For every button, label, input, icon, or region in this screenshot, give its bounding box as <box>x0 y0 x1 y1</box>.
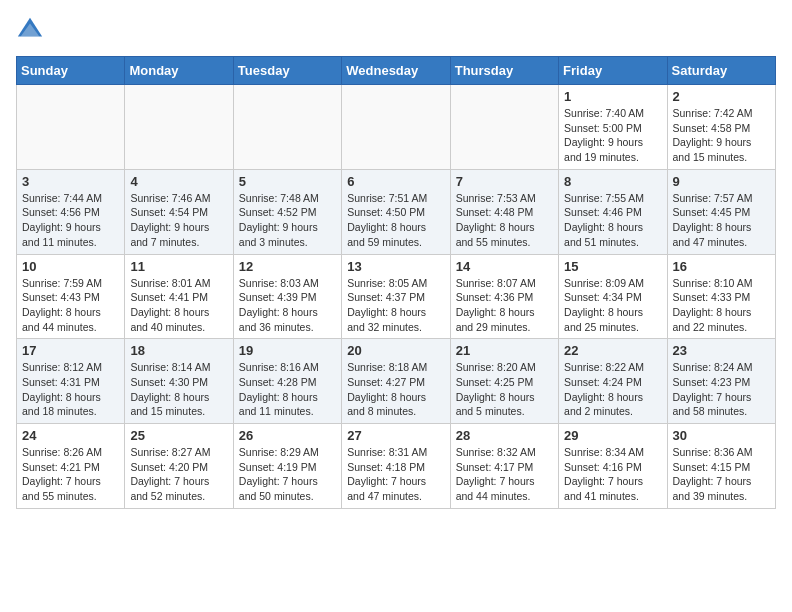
day-number: 12 <box>239 259 336 274</box>
day-cell: 10Sunrise: 7:59 AM Sunset: 4:43 PM Dayli… <box>17 254 125 339</box>
logo-icon <box>16 16 44 44</box>
day-info: Sunrise: 7:57 AM Sunset: 4:45 PM Dayligh… <box>673 191 770 250</box>
day-cell: 20Sunrise: 8:18 AM Sunset: 4:27 PM Dayli… <box>342 339 450 424</box>
day-cell: 4Sunrise: 7:46 AM Sunset: 4:54 PM Daylig… <box>125 169 233 254</box>
day-cell <box>17 85 125 170</box>
day-info: Sunrise: 7:59 AM Sunset: 4:43 PM Dayligh… <box>22 276 119 335</box>
day-info: Sunrise: 8:24 AM Sunset: 4:23 PM Dayligh… <box>673 360 770 419</box>
day-cell: 14Sunrise: 8:07 AM Sunset: 4:36 PM Dayli… <box>450 254 558 339</box>
day-cell: 6Sunrise: 7:51 AM Sunset: 4:50 PM Daylig… <box>342 169 450 254</box>
day-number: 11 <box>130 259 227 274</box>
day-number: 13 <box>347 259 444 274</box>
day-cell <box>125 85 233 170</box>
day-cell: 19Sunrise: 8:16 AM Sunset: 4:28 PM Dayli… <box>233 339 341 424</box>
day-info: Sunrise: 8:05 AM Sunset: 4:37 PM Dayligh… <box>347 276 444 335</box>
day-cell: 13Sunrise: 8:05 AM Sunset: 4:37 PM Dayli… <box>342 254 450 339</box>
day-info: Sunrise: 7:44 AM Sunset: 4:56 PM Dayligh… <box>22 191 119 250</box>
day-cell: 9Sunrise: 7:57 AM Sunset: 4:45 PM Daylig… <box>667 169 775 254</box>
day-number: 24 <box>22 428 119 443</box>
calendar: SundayMondayTuesdayWednesdayThursdayFrid… <box>16 56 776 509</box>
day-cell <box>342 85 450 170</box>
day-number: 29 <box>564 428 661 443</box>
week-row-3: 10Sunrise: 7:59 AM Sunset: 4:43 PM Dayli… <box>17 254 776 339</box>
day-info: Sunrise: 8:36 AM Sunset: 4:15 PM Dayligh… <box>673 445 770 504</box>
day-cell: 8Sunrise: 7:55 AM Sunset: 4:46 PM Daylig… <box>559 169 667 254</box>
day-number: 30 <box>673 428 770 443</box>
day-number: 2 <box>673 89 770 104</box>
day-info: Sunrise: 7:51 AM Sunset: 4:50 PM Dayligh… <box>347 191 444 250</box>
weekday-header-friday: Friday <box>559 57 667 85</box>
day-number: 1 <box>564 89 661 104</box>
week-row-2: 3Sunrise: 7:44 AM Sunset: 4:56 PM Daylig… <box>17 169 776 254</box>
day-cell: 26Sunrise: 8:29 AM Sunset: 4:19 PM Dayli… <box>233 424 341 509</box>
day-info: Sunrise: 8:01 AM Sunset: 4:41 PM Dayligh… <box>130 276 227 335</box>
day-cell: 27Sunrise: 8:31 AM Sunset: 4:18 PM Dayli… <box>342 424 450 509</box>
day-info: Sunrise: 8:10 AM Sunset: 4:33 PM Dayligh… <box>673 276 770 335</box>
day-info: Sunrise: 7:46 AM Sunset: 4:54 PM Dayligh… <box>130 191 227 250</box>
day-number: 20 <box>347 343 444 358</box>
day-number: 26 <box>239 428 336 443</box>
week-row-5: 24Sunrise: 8:26 AM Sunset: 4:21 PM Dayli… <box>17 424 776 509</box>
day-cell <box>450 85 558 170</box>
day-info: Sunrise: 8:07 AM Sunset: 4:36 PM Dayligh… <box>456 276 553 335</box>
day-number: 17 <box>22 343 119 358</box>
weekday-header-tuesday: Tuesday <box>233 57 341 85</box>
day-cell: 17Sunrise: 8:12 AM Sunset: 4:31 PM Dayli… <box>17 339 125 424</box>
week-row-1: 1Sunrise: 7:40 AM Sunset: 5:00 PM Daylig… <box>17 85 776 170</box>
day-number: 5 <box>239 174 336 189</box>
header <box>16 16 776 44</box>
day-number: 8 <box>564 174 661 189</box>
day-cell: 29Sunrise: 8:34 AM Sunset: 4:16 PM Dayli… <box>559 424 667 509</box>
day-info: Sunrise: 8:09 AM Sunset: 4:34 PM Dayligh… <box>564 276 661 335</box>
day-number: 28 <box>456 428 553 443</box>
day-info: Sunrise: 7:40 AM Sunset: 5:00 PM Dayligh… <box>564 106 661 165</box>
day-number: 14 <box>456 259 553 274</box>
day-info: Sunrise: 8:03 AM Sunset: 4:39 PM Dayligh… <box>239 276 336 335</box>
day-info: Sunrise: 8:12 AM Sunset: 4:31 PM Dayligh… <box>22 360 119 419</box>
day-info: Sunrise: 7:53 AM Sunset: 4:48 PM Dayligh… <box>456 191 553 250</box>
day-cell: 15Sunrise: 8:09 AM Sunset: 4:34 PM Dayli… <box>559 254 667 339</box>
day-number: 6 <box>347 174 444 189</box>
day-cell: 25Sunrise: 8:27 AM Sunset: 4:20 PM Dayli… <box>125 424 233 509</box>
day-number: 22 <box>564 343 661 358</box>
weekday-header-monday: Monday <box>125 57 233 85</box>
day-info: Sunrise: 7:48 AM Sunset: 4:52 PM Dayligh… <box>239 191 336 250</box>
day-info: Sunrise: 8:31 AM Sunset: 4:18 PM Dayligh… <box>347 445 444 504</box>
weekday-header-saturday: Saturday <box>667 57 775 85</box>
day-cell: 11Sunrise: 8:01 AM Sunset: 4:41 PM Dayli… <box>125 254 233 339</box>
day-cell: 3Sunrise: 7:44 AM Sunset: 4:56 PM Daylig… <box>17 169 125 254</box>
day-cell: 12Sunrise: 8:03 AM Sunset: 4:39 PM Dayli… <box>233 254 341 339</box>
day-number: 27 <box>347 428 444 443</box>
day-number: 23 <box>673 343 770 358</box>
day-number: 7 <box>456 174 553 189</box>
day-number: 10 <box>22 259 119 274</box>
day-number: 21 <box>456 343 553 358</box>
day-cell: 1Sunrise: 7:40 AM Sunset: 5:00 PM Daylig… <box>559 85 667 170</box>
day-info: Sunrise: 8:34 AM Sunset: 4:16 PM Dayligh… <box>564 445 661 504</box>
weekday-header-row: SundayMondayTuesdayWednesdayThursdayFrid… <box>17 57 776 85</box>
day-cell: 23Sunrise: 8:24 AM Sunset: 4:23 PM Dayli… <box>667 339 775 424</box>
day-number: 18 <box>130 343 227 358</box>
day-cell: 24Sunrise: 8:26 AM Sunset: 4:21 PM Dayli… <box>17 424 125 509</box>
day-number: 4 <box>130 174 227 189</box>
day-cell: 7Sunrise: 7:53 AM Sunset: 4:48 PM Daylig… <box>450 169 558 254</box>
day-info: Sunrise: 8:22 AM Sunset: 4:24 PM Dayligh… <box>564 360 661 419</box>
day-number: 19 <box>239 343 336 358</box>
day-info: Sunrise: 8:32 AM Sunset: 4:17 PM Dayligh… <box>456 445 553 504</box>
day-number: 9 <box>673 174 770 189</box>
weekday-header-thursday: Thursday <box>450 57 558 85</box>
day-info: Sunrise: 7:55 AM Sunset: 4:46 PM Dayligh… <box>564 191 661 250</box>
day-cell: 30Sunrise: 8:36 AM Sunset: 4:15 PM Dayli… <box>667 424 775 509</box>
day-cell: 2Sunrise: 7:42 AM Sunset: 4:58 PM Daylig… <box>667 85 775 170</box>
day-cell: 16Sunrise: 8:10 AM Sunset: 4:33 PM Dayli… <box>667 254 775 339</box>
day-cell: 5Sunrise: 7:48 AM Sunset: 4:52 PM Daylig… <box>233 169 341 254</box>
day-cell: 18Sunrise: 8:14 AM Sunset: 4:30 PM Dayli… <box>125 339 233 424</box>
day-number: 3 <box>22 174 119 189</box>
day-number: 15 <box>564 259 661 274</box>
day-cell: 22Sunrise: 8:22 AM Sunset: 4:24 PM Dayli… <box>559 339 667 424</box>
day-info: Sunrise: 8:18 AM Sunset: 4:27 PM Dayligh… <box>347 360 444 419</box>
day-cell: 28Sunrise: 8:32 AM Sunset: 4:17 PM Dayli… <box>450 424 558 509</box>
weekday-header-sunday: Sunday <box>17 57 125 85</box>
day-number: 25 <box>130 428 227 443</box>
day-info: Sunrise: 8:26 AM Sunset: 4:21 PM Dayligh… <box>22 445 119 504</box>
